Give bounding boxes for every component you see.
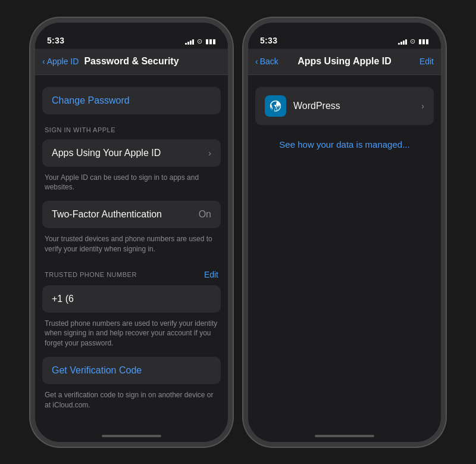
apps-chevron-icon: › bbox=[208, 148, 211, 158]
screen-content-1: Change Password SIGN IN WITH APPLE Apps … bbox=[35, 75, 228, 442]
get-verification-label: Get Verification Code bbox=[52, 365, 142, 375]
nav-title-1: Password & Security bbox=[84, 56, 178, 67]
sign-in-section-label: SIGN IN WITH APPLE bbox=[35, 117, 228, 137]
notch-2 bbox=[300, 23, 389, 39]
see-how-link[interactable]: See how your data is managed... bbox=[248, 127, 441, 161]
wifi-icon: ⊙ bbox=[197, 38, 202, 45]
back-label-1: Apple ID bbox=[47, 57, 79, 66]
wordpress-row[interactable]: WordPress › bbox=[255, 87, 434, 125]
phone-1: 5:33 ⊙ ▮▮▮ ‹ Apple ID Password & Securit… bbox=[30, 18, 233, 447]
screen-content-2: WordPress › See how your data is managed… bbox=[248, 75, 441, 442]
wordpress-icon bbox=[265, 95, 286, 117]
phone-2: 5:33 ⊙ ▮▮▮ ‹ Back Apps Using Apple ID Ed… bbox=[243, 18, 446, 447]
trusted-phone-edit[interactable]: Edit bbox=[204, 270, 218, 279]
two-factor-row[interactable]: Two-Factor Authentication On bbox=[42, 201, 221, 228]
wordpress-label: WordPress bbox=[293, 101, 340, 111]
wordpress-group: WordPress › bbox=[255, 87, 434, 125]
signal-icon-2 bbox=[398, 38, 407, 45]
status-time-2: 5:33 bbox=[260, 36, 277, 45]
two-factor-value: On bbox=[199, 209, 211, 220]
edit-button-2[interactable]: Edit bbox=[419, 57, 434, 66]
wordpress-chevron-icon: › bbox=[421, 101, 424, 111]
get-verification-section[interactable]: Get Verification Code bbox=[42, 357, 221, 384]
two-factor-description: Your trusted devices and phone numbers a… bbox=[35, 231, 228, 260]
trusted-phone-label: TRUSTED PHONE NUMBER bbox=[45, 271, 137, 278]
chevron-left-icon: ‹ bbox=[42, 57, 45, 66]
get-verification-description: Get a verification code to sign in on an… bbox=[35, 387, 228, 416]
two-factor-group: Two-Factor Authentication On bbox=[42, 201, 221, 228]
wifi-icon-2: ⊙ bbox=[410, 38, 415, 45]
change-password-section[interactable]: Change Password bbox=[42, 87, 221, 114]
change-password-label: Change Password bbox=[52, 95, 130, 105]
notch-1 bbox=[87, 23, 176, 39]
two-factor-label: Two-Factor Authentication bbox=[52, 209, 162, 220]
back-label-2: Back bbox=[260, 57, 278, 66]
apps-description: Your Apple ID can be used to sign in to … bbox=[35, 169, 228, 199]
phone-description: Trusted phone numbers are used to verify… bbox=[35, 315, 228, 354]
chevron-left-icon-2: ‹ bbox=[255, 57, 258, 66]
apps-using-apple-id-row[interactable]: Apps Using Your Apple ID › bbox=[42, 139, 221, 167]
back-button-2[interactable]: ‹ Back bbox=[255, 57, 278, 66]
phone-number-value: +1 (6 bbox=[52, 294, 74, 304]
nav-bar-1: ‹ Apple ID Password & Security bbox=[35, 49, 228, 75]
signal-icon bbox=[185, 38, 194, 45]
phone-number-row: +1 (6 bbox=[42, 285, 221, 313]
trusted-phone-header: TRUSTED PHONE NUMBER Edit bbox=[35, 260, 228, 283]
nav-title-2: Apps Using Apple ID bbox=[298, 56, 392, 67]
apps-using-apple-id-group: Apps Using Your Apple ID › bbox=[42, 139, 221, 167]
status-time-1: 5:33 bbox=[47, 36, 64, 45]
home-indicator-2 bbox=[315, 435, 374, 437]
phone-number-group: +1 (6 bbox=[42, 285, 221, 313]
battery-icon: ▮▮▮ bbox=[205, 38, 216, 45]
home-indicator-1 bbox=[102, 435, 161, 437]
status-icons-1: ⊙ ▮▮▮ bbox=[185, 38, 216, 45]
battery-icon-2: ▮▮▮ bbox=[418, 38, 429, 45]
nav-bar-2: ‹ Back Apps Using Apple ID Edit bbox=[248, 49, 441, 75]
wordpress-logo-svg bbox=[269, 99, 282, 113]
status-icons-2: ⊙ ▮▮▮ bbox=[398, 38, 429, 45]
wordpress-row-inner: WordPress bbox=[265, 95, 340, 117]
apps-using-apple-id-label: Apps Using Your Apple ID bbox=[52, 148, 161, 158]
back-button-1[interactable]: ‹ Apple ID bbox=[42, 57, 79, 66]
